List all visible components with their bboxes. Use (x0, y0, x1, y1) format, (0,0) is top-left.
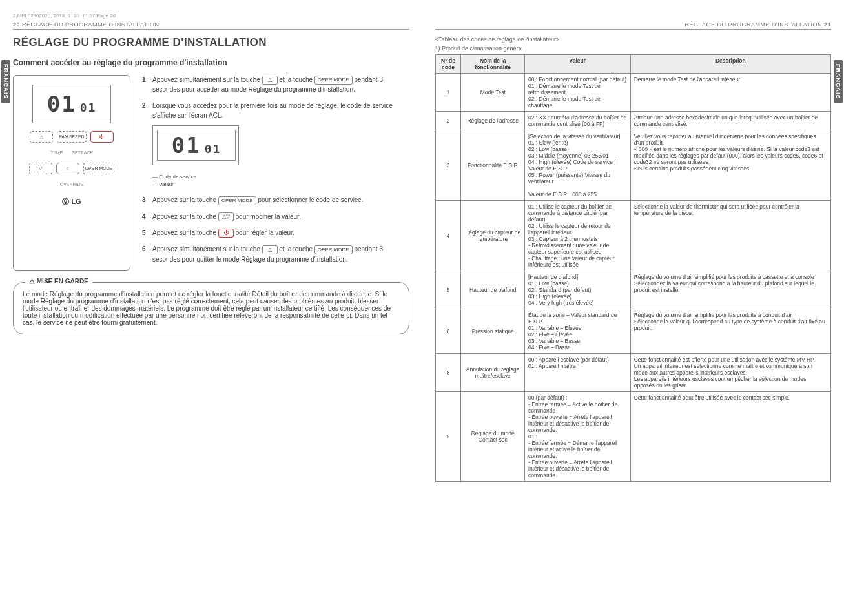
step-4-b: pour modifier la valeur. (236, 213, 301, 220)
table-row: 9Réglage du mode Contact sec00 (par défa… (435, 392, 831, 482)
step-5-b: pour régler la valeur. (236, 229, 294, 236)
cell-code: 5 (435, 271, 461, 309)
left-header: 20 RÉGLAGE DU PROGRAMME D'INSTALLATION (13, 21, 409, 30)
cell-value: État de la zone – Valeur standard de E.S… (525, 309, 631, 354)
cell-name: Fonctionnalité E.S.P. (461, 130, 525, 201)
table-row: 8Annulation du réglage maître/esclave00 … (435, 354, 831, 392)
left-page-num: 20 (13, 21, 20, 28)
cell-value: [Hauteur de plafond] 01 : Low (basse) 02… (525, 271, 631, 309)
step-2: Lorsque vous accédez pour la première fo… (142, 101, 409, 189)
cell-name: Réglage du capteur de température (461, 201, 525, 271)
page-title: RÉGLAGE DU PROGRAMME D'INSTALLATION (13, 36, 409, 49)
mini-label-val: — Valeur (152, 181, 409, 189)
cell-code: 1 (435, 74, 461, 112)
step-6-b: et la touche (279, 245, 314, 252)
warning-title: MISE EN GARDE (25, 278, 92, 285)
table-row: 1Mode Test00 : Fonctionnement normal (pa… (435, 74, 831, 112)
left-page: FRANÇAIS 20 RÉGLAGE DU PROGRAMME D'INSTA… (13, 21, 409, 482)
table-row: 2Réglage de l'adresse02 : XX : numéro d'… (435, 112, 831, 130)
th-code: N° de code (435, 55, 461, 74)
right-header-text: RÉGLAGE DU PROGRAMME D'INSTALLATION (685, 21, 822, 28)
key-updown-icon: △▽ (218, 212, 234, 221)
step-4: Appuyez sur la touche △▽ pour modifier l… (142, 212, 409, 221)
cell-name: Annulation du réglage maître/esclave (461, 354, 525, 392)
step-3-b: pour sélectionner le code de service. (258, 196, 363, 203)
right-page-num: 21 (824, 21, 831, 28)
step-6: Appuyez simultanément sur la touche △ et… (142, 244, 409, 263)
table-header-row: N° de code Nom de la fonctionnalité Vale… (435, 55, 831, 74)
key-mode-icon-2: OPER MODE (218, 196, 256, 205)
cell-code: 2 (435, 112, 461, 130)
lg-logo: ⓖ LG (62, 197, 81, 207)
key-power-icon: ⏻ (218, 229, 234, 238)
table-row: 4Réglage du capteur de température01 : U… (435, 201, 831, 271)
btn-oper-mode: OPER MODE (83, 163, 115, 174)
cell-code: 9 (435, 392, 461, 482)
step-1-b: et la touche (279, 76, 314, 83)
right-header: RÉGLAGE DU PROGRAMME D'INSTALLATION 21 (435, 21, 832, 30)
btn-up: △ (30, 131, 53, 143)
cell-value: 01 : Utilise le capteur du boîtier de co… (525, 201, 631, 271)
label-temp: TEMP (50, 150, 63, 155)
cell-name: Réglage du mode Contact sec (461, 392, 525, 482)
cell-value: [Sélection de la vitesse du ventilateur]… (525, 130, 631, 201)
label-setback: SETBACK (72, 150, 93, 155)
table-row: 5Hauteur de plafond[Hauteur de plafond] … (435, 271, 831, 309)
btn-fan-speed: FAN SPEED (57, 131, 86, 143)
step-6-a: Appuyez simultanément sur la touche (152, 245, 262, 252)
cell-value: 02 : XX : numéro d'adresse du boîtier de… (525, 112, 631, 130)
th-desc: Description (630, 55, 830, 74)
cell-code: 3 (435, 130, 461, 201)
lcd-small: 01 (80, 101, 97, 114)
table-caption: <Tableau des codes de réglage de l'insta… (435, 36, 832, 43)
cell-name: Mode Test (461, 74, 525, 112)
cell-code: 8 (435, 354, 461, 392)
warning-box: MISE EN GARDE Le mode Réglage du program… (13, 282, 409, 334)
right-page: FRANÇAIS RÉGLAGE DU PROGRAMME D'INSTALLA… (435, 21, 832, 482)
remote-illustration: 0101 △ FAN SPEED ⏻ TEMP SETBACK ▽ ○ OPER… (13, 75, 130, 271)
cell-desc: Cette fonctionnalité peut être utilisée … (630, 392, 830, 482)
label-override: OVERRIDE (60, 182, 84, 187)
steps: Appuyez simultanément sur la touche △ et… (142, 75, 409, 271)
key-mode-icon-3: OPER MODE (314, 245, 353, 254)
step-5: Appuyez sur la touche ⏻ pour régler la v… (142, 228, 409, 238)
cell-desc: Cette fonctionnalité est offerte pour un… (630, 354, 830, 392)
cell-name: Hauteur de plafond (461, 271, 525, 309)
warning-body: Le mode Réglage du programme d'installat… (23, 291, 400, 326)
btn-power: ⏻ (90, 131, 114, 143)
cell-desc: Sélectionne la valeur de thermistor qui … (630, 201, 830, 271)
cell-desc: Attribue une adresse hexadécimale unique… (630, 112, 830, 130)
cell-desc: Réglage du volume d'air simplifié pour l… (630, 309, 830, 354)
remote-lcd: 0101 (32, 85, 111, 123)
mini-small: 01 (205, 142, 221, 156)
step-1: Appuyez simultanément sur la touche △ et… (142, 75, 409, 94)
table-row: 3Fonctionnalité E.S.P.[Sélection de la v… (435, 130, 831, 201)
mini-big: 01 (172, 132, 201, 158)
lang-tab-right: FRANÇAIS (834, 60, 843, 103)
codes-table: N° de code Nom de la fonctionnalité Vale… (435, 54, 832, 482)
step-3: Appuyez sur la touche OPER MODE pour sél… (142, 195, 409, 205)
spread: FRANÇAIS 20 RÉGLAGE DU PROGRAMME D'INSTA… (13, 21, 831, 482)
key-mode-icon: OPER MODE (314, 76, 353, 85)
left-header-text: RÉGLAGE DU PROGRAMME D'INSTALLATION (22, 21, 159, 28)
cell-value: 00 : Appareil esclave (par défaut) 01 : … (525, 354, 631, 392)
table-subcaption: 1) Produit de climatisation général (435, 45, 832, 52)
cell-value: 00 : Fonctionnement normal (par défaut) … (525, 74, 631, 112)
section-title: Comment accéder au réglage du programme … (13, 58, 409, 67)
th-name: Nom de la fonctionnalité (461, 55, 525, 74)
step-4-a: Appuyez sur la touche (152, 213, 218, 220)
key-up-icon: △ (262, 76, 278, 85)
cell-name: Pression statique (461, 309, 525, 354)
mini-lcd: 0101 (152, 125, 239, 165)
key-up-icon-2: △ (262, 245, 278, 254)
step-1-a: Appuyez simultanément sur la touche (152, 76, 262, 83)
cell-name: Réglage de l'adresse (461, 112, 525, 130)
lang-tab-left: FRANÇAIS (1, 60, 10, 103)
step-3-a: Appuyez sur la touche (152, 196, 218, 203)
mini-label-code: — Code de service (152, 173, 409, 181)
lcd-big: 01 (47, 91, 76, 117)
print-header: 2,MFL62862020, 2018. 1. 10. 11:57 Page 2… (13, 13, 831, 19)
cell-desc: Démarre le mode Test de l'appareil intér… (630, 74, 830, 112)
btn-circle: ○ (56, 163, 79, 174)
cell-value: 00 (par défaut) : - Entrée fermée = Acti… (525, 392, 631, 482)
